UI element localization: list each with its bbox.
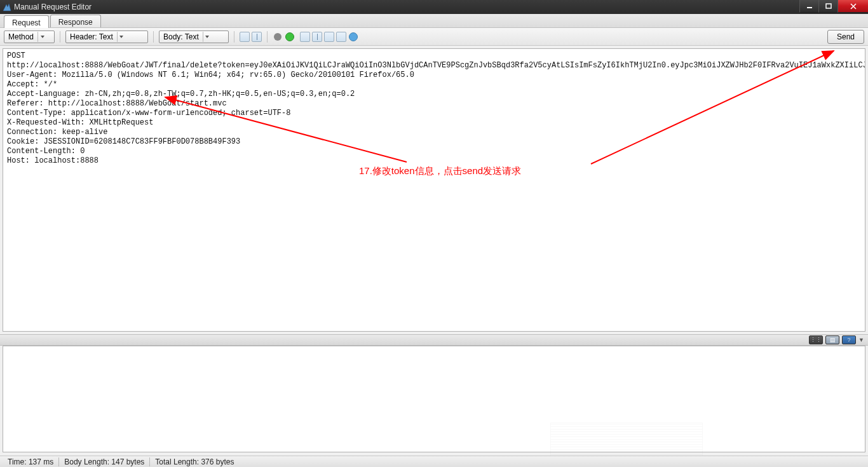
maximize-button[interactable] [818, 0, 837, 13]
separator [153, 31, 154, 43]
method-combo[interactable]: Method [4, 30, 55, 43]
tab-response-label: Response [58, 18, 93, 27]
separator [267, 31, 268, 43]
header-view-combo[interactable]: Header: Text [65, 30, 148, 43]
status-total-length: Total Length: 376 bytes [150, 457, 239, 466]
window-title: Manual Request Editor [14, 3, 92, 11]
record-icon[interactable] [273, 32, 283, 42]
help-icon[interactable]: ? [842, 335, 856, 344]
tab-request-label: Request [12, 18, 41, 27]
body-combo-label: Body: Text [163, 32, 199, 41]
send-button-label: Send [837, 32, 855, 41]
layout-icon-4[interactable] [336, 32, 346, 42]
toolbar: Method Header: Text Body: Text Send [0, 28, 868, 46]
status-time: Time: 137 ms [3, 457, 59, 466]
layout-icon-2[interactable] [312, 32, 322, 42]
titlebar: Manual Request Editor [0, 0, 868, 14]
toolbar-record-icons [273, 32, 295, 42]
send-button[interactable]: Send [827, 30, 864, 44]
separator [60, 31, 60, 43]
view-full-icon[interactable] [240, 32, 250, 42]
toolbar-view-icons [240, 32, 262, 42]
chevron-down-icon [117, 32, 126, 42]
chevron-down-icon [203, 32, 212, 42]
sub-toolbar: ⋮⋮ ▤ ? ▼ [0, 334, 868, 346]
chevron-down-icon[interactable]: ▼ [858, 337, 864, 343]
request-textarea[interactable]: POST http://localhost:8888/WebGoat/JWT/f… [3, 48, 865, 332]
layout-icon-3[interactable] [324, 32, 334, 42]
window-controls [799, 0, 868, 13]
tabstrip: Request Response [0, 14, 868, 28]
statusbar: Time: 137 ms Body Length: 147 bytes Tota… [0, 456, 868, 467]
minimize-button[interactable] [799, 0, 818, 13]
tab-request[interactable]: Request [4, 15, 49, 28]
layout-icon-1[interactable] [300, 32, 310, 42]
app-icon [3, 3, 11, 11]
close-button[interactable] [837, 0, 868, 13]
toolbar-layout-icons [300, 32, 358, 42]
separator [234, 31, 234, 43]
status-body-length: Body Length: 147 bytes [59, 457, 150, 466]
tab-response[interactable]: Response [50, 15, 101, 27]
play-icon[interactable] [285, 32, 295, 42]
header-combo-label: Header: Text [70, 32, 113, 41]
view-split-icon[interactable] [252, 32, 262, 42]
body-view-combo[interactable]: Body: Text [159, 30, 229, 43]
svg-rect-1 [826, 4, 831, 8]
hex-view-icon[interactable]: ⋮⋮ [809, 335, 823, 344]
response-textarea[interactable] [3, 346, 865, 452]
svg-rect-0 [807, 7, 812, 8]
info-icon[interactable] [348, 32, 358, 42]
table-view-icon[interactable]: ▤ [825, 335, 839, 344]
chevron-down-icon [37, 32, 46, 42]
method-combo-label: Method [8, 32, 34, 41]
